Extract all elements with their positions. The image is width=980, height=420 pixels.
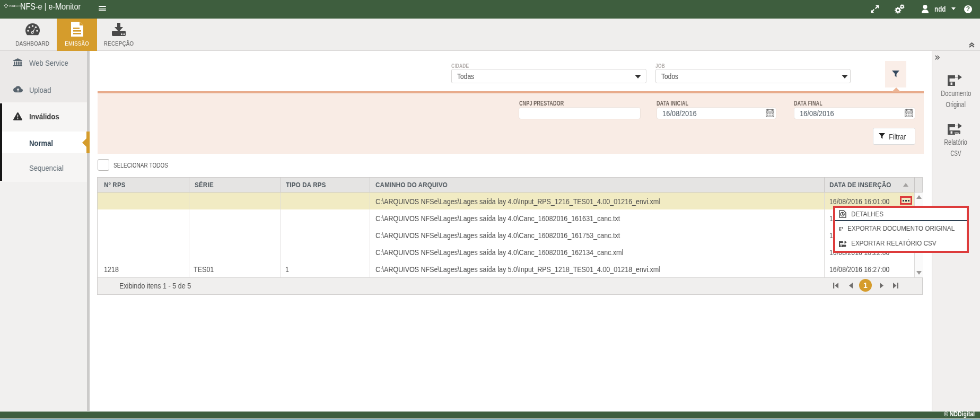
svg-text:csv: csv — [955, 131, 960, 134]
